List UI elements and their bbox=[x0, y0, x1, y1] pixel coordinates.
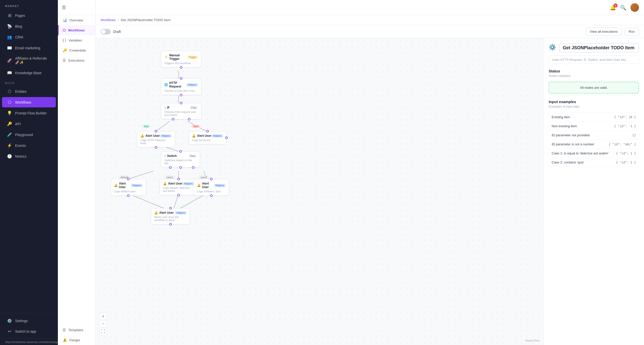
zoom-out-button[interactable]: − bbox=[100, 320, 107, 327]
example-value: { "id": 1 } bbox=[616, 152, 636, 155]
alert-case1-desc: Logs equals: delectus aut autem bbox=[163, 186, 194, 192]
nav-danger[interactable]: ⚠️ Danger bbox=[58, 335, 95, 345]
panel-title[interactable]: Get JSONPlaceholder TODO Item bbox=[559, 43, 639, 53]
http-request-desc: Fetches a todo item from... bbox=[164, 89, 198, 92]
switch-icon: ↩ bbox=[7, 329, 12, 334]
nav-workflows[interactable]: ⬡ Workflows bbox=[58, 25, 95, 35]
pages-icon: ⊞ bbox=[7, 13, 12, 18]
alert-case2-dot-bottom bbox=[210, 194, 213, 197]
http-request-badge: Helpers bbox=[186, 83, 198, 87]
alert-final-dot-top bbox=[169, 207, 172, 209]
avatar-image bbox=[630, 3, 639, 12]
input-example-row[interactable]: Case 1: is equal to 'delectus aut autem'… bbox=[549, 149, 639, 158]
manual-trigger-dot-bottom bbox=[180, 66, 182, 69]
sidebar-item-affiliates[interactable]: 🚀 Affiliates & Referrals 🚀✨ bbox=[2, 54, 56, 67]
if-desc: Checks if the request was successful bbox=[164, 110, 198, 116]
nav-variables[interactable]: { } Variables bbox=[58, 35, 95, 45]
if-title: ↕ IF bbox=[164, 106, 170, 109]
sidebar-item-metrics[interactable]: 🕐 Metrics bbox=[2, 151, 56, 161]
alert-true-desc: Logs HTTP Request body bbox=[140, 139, 172, 145]
http-request-title: 🌐 HTTP Request bbox=[164, 81, 186, 88]
branch-label-true: true bbox=[142, 125, 150, 128]
branch-label-false: false bbox=[191, 125, 200, 128]
node-alert-false[interactable]: 🔔 Alert User Helpers Logs not found bbox=[189, 131, 226, 144]
alert-false-dot-right bbox=[225, 137, 228, 139]
avatar[interactable] bbox=[630, 3, 639, 12]
playground-icon: 🧪 bbox=[7, 132, 12, 137]
draft-toggle-switch[interactable] bbox=[101, 29, 111, 34]
node-http-request[interactable]: 🌐 HTTP Request Helpers Fetches a todo it… bbox=[161, 78, 201, 95]
branch-label-case1: case1 bbox=[164, 176, 175, 179]
example-name: Case 2: contains 'quis' bbox=[552, 160, 584, 164]
toggle-knob bbox=[101, 29, 106, 34]
sidebar-label-blog: Blog bbox=[15, 24, 22, 28]
run-button[interactable]: Run bbox=[624, 28, 639, 35]
node-alert-final[interactable]: 🔔 Alert User Helpers Alerts user once th… bbox=[151, 208, 190, 224]
entities-icon: ⬡ bbox=[7, 89, 12, 94]
sidebar-brand: MARKET bbox=[0, 0, 58, 10]
input-example-row[interactable]: ID parameter is not a number{ "id": "abc… bbox=[549, 140, 639, 149]
input-example-row[interactable]: ID parameter not provided{} bbox=[549, 131, 639, 140]
sidebar-label-playground: Playground bbox=[15, 133, 33, 137]
alert-false-dot-top bbox=[206, 130, 209, 133]
sidebar-item-knowledge-base[interactable]: 📖 Knowledge Base bbox=[2, 68, 56, 78]
second-nav-header: ☰ bbox=[58, 0, 95, 15]
sidebar-item-workflows[interactable]: ⬡ Workflows bbox=[2, 97, 56, 107]
example-value: { "id": "abc" } bbox=[609, 143, 636, 146]
nav-credentials[interactable]: 🔑 Credentials bbox=[58, 45, 95, 55]
sidebar-item-prompt-flow[interactable]: 💡 Prompt Flow Builder bbox=[2, 108, 56, 118]
example-value: { "id": 10 } bbox=[614, 115, 636, 119]
crm-icon: 👥 bbox=[7, 35, 12, 39]
nav-workflows-icon: ⬡ bbox=[63, 28, 66, 32]
node-alert-default[interactable]: 🔔 Alert User Helpers Logs default case bbox=[111, 179, 146, 196]
affiliates-icon: 🚀 bbox=[7, 58, 12, 63]
status-section-title: Status bbox=[549, 69, 639, 73]
nav-overview[interactable]: 📊 Overview bbox=[58, 15, 95, 25]
header-actions: View all executions Run bbox=[586, 28, 639, 35]
breadcrumb-parent[interactable]: Workflows bbox=[101, 18, 116, 22]
workflow-canvas[interactable]: ⚡ Manual Trigger Trigger Triggers the wo… bbox=[96, 38, 543, 345]
input-examples-title: Input examples bbox=[549, 100, 639, 104]
node-alert-case1[interactable]: 🔔 Alert User Helpers Logs equals: delect… bbox=[160, 179, 197, 195]
manual-trigger-badge: Trigger bbox=[187, 56, 198, 59]
node-switch[interactable]: ↕ Switch Flow Switches based on the titl… bbox=[161, 151, 200, 167]
input-example-row[interactable]: Non-existing item{ "id": -1 } bbox=[549, 122, 639, 131]
input-example-row[interactable]: Case 2: contains 'quis'{ "id": 2 } bbox=[549, 158, 639, 167]
fit-button[interactable]: ⛶ bbox=[100, 328, 107, 335]
sidebar-item-api[interactable]: 🔑 API bbox=[2, 119, 56, 129]
breadcrumb-separator: › bbox=[118, 18, 119, 22]
hamburger-icon[interactable]: ☰ bbox=[62, 5, 66, 10]
sidebar-item-crm[interactable]: 👥 CRM bbox=[2, 32, 56, 42]
node-manual-trigger[interactable]: ⚡ Manual Trigger Trigger Triggers the wo… bbox=[161, 51, 201, 67]
node-alert-case2[interactable]: 🔔 Alert User Helpers Logs contains: quis bbox=[194, 179, 229, 196]
node-alert-true[interactable]: 🔔 Alert User Helpers Logs HTTP Request b… bbox=[137, 131, 175, 147]
alert-case2-desc: Logs contains: quis bbox=[197, 190, 226, 193]
sidebar-item-blog[interactable]: 📡 Blog bbox=[2, 21, 56, 31]
alert-case1-dot-top bbox=[177, 178, 180, 180]
zoom-in-button[interactable]: + bbox=[100, 313, 107, 320]
sidebar-item-email-marketing[interactable]: ✉️ Email marketing bbox=[2, 43, 56, 53]
sidebar-label-switch: Switch to app bbox=[15, 329, 36, 333]
notification-button[interactable]: 🔔 1 bbox=[610, 5, 616, 11]
sidebar-label-metrics: Metrics bbox=[15, 154, 26, 158]
node-if[interactable]: ↕ IF Flow Checks if the request was succ… bbox=[161, 103, 201, 119]
input-example-row[interactable]: Existing item{ "id": 10 } bbox=[549, 112, 639, 122]
sidebar-label-email: Email marketing bbox=[15, 46, 40, 50]
sidebar-item-entities[interactable]: ⬡ Entities bbox=[2, 86, 56, 97]
sidebar-item-switch-to-app[interactable]: ↩ Switch to app bbox=[2, 326, 56, 336]
sidebar-item-pages[interactable]: ⊞ Pages bbox=[2, 10, 56, 21]
sidebar-item-events[interactable]: ⚡ Events bbox=[2, 140, 56, 151]
nav-executions[interactable]: ☰ Executions bbox=[58, 55, 95, 65]
search-button[interactable]: 🔍 bbox=[620, 5, 626, 11]
nav-templates[interactable]: ☰ Templates bbox=[58, 325, 95, 335]
example-value: { "id": 2 } bbox=[616, 161, 636, 164]
manual-trigger-desc: Triggers the workflow bbox=[164, 62, 198, 65]
status-bar: https://enterprise.saasrock.com/admin/pa… bbox=[0, 339, 58, 345]
sidebar-item-playground[interactable]: 🧪 Playground bbox=[2, 130, 56, 140]
sidebar-item-settings[interactable]: ⚙️ Settings bbox=[2, 316, 56, 326]
draft-label: Draft bbox=[113, 30, 121, 34]
view-executions-button[interactable]: View all executions bbox=[586, 28, 622, 35]
breadcrumb-current: Get JSONPlaceholder TODO Item bbox=[121, 18, 170, 22]
alert-case1-title: 🔔 Alert User bbox=[163, 182, 182, 185]
if-badge: Flow bbox=[190, 106, 198, 109]
